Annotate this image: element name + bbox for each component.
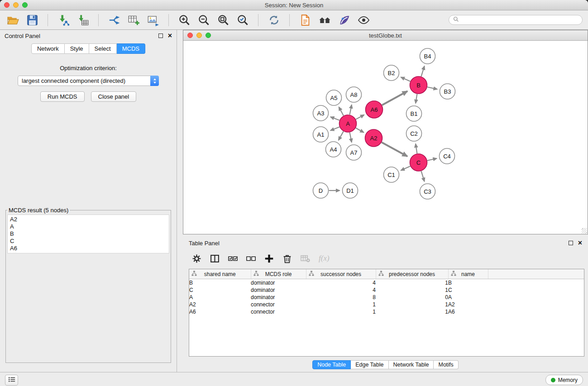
criterion-select[interactable]: largest connected component (directed)	[18, 76, 159, 86]
table-cell[interactable]: 1	[376, 279, 448, 287]
graph-edge-A6-B[interactable]	[382, 91, 407, 105]
graph-edge-A-A8[interactable]	[350, 105, 352, 115]
table-cell[interactable]: 4	[306, 279, 376, 287]
table-row[interactable]: Bdominator41B	[189, 279, 584, 287]
memory-button[interactable]: Memory	[545, 375, 583, 385]
close-table-panel-icon[interactable]: ×	[578, 239, 582, 247]
graph-edge-A-A7[interactable]	[350, 133, 352, 143]
tab-style[interactable]: Style	[65, 43, 89, 54]
graph-edge-C-C1[interactable]	[401, 166, 411, 170]
table-cell[interactable]: A2	[448, 301, 488, 308]
mcds-result-item[interactable]: A6	[10, 245, 167, 252]
mcds-result-item[interactable]: C	[10, 238, 167, 245]
table-cell[interactable]: 1	[306, 301, 376, 308]
table-cell[interactable]: A6	[448, 308, 488, 315]
table-cell[interactable]: 1	[306, 308, 376, 315]
export-image-icon[interactable]	[146, 13, 160, 27]
save-session-icon[interactable]	[25, 13, 39, 27]
table-cell[interactable]: dominator	[251, 294, 306, 301]
search-field[interactable]	[449, 15, 583, 25]
table-row[interactable]: A2connector11A2	[189, 301, 584, 308]
column-header-successor-nodes[interactable]: successor nodes	[306, 269, 376, 279]
table-tab-edge-table[interactable]: Edge Table	[351, 360, 388, 369]
export-table-icon[interactable]	[126, 13, 141, 27]
add-row-icon[interactable]	[264, 254, 274, 263]
zoom-in-icon[interactable]	[177, 13, 191, 27]
float-table-panel-icon[interactable]	[569, 241, 573, 245]
close-window-button[interactable]	[4, 2, 10, 8]
export-network-icon[interactable]	[107, 13, 121, 27]
table-cell[interactable]: dominator	[251, 286, 306, 294]
window-titlebar[interactable]: Session: New Session	[0, 0, 588, 10]
graph-edge-B-B4[interactable]	[421, 66, 425, 76]
table-cell[interactable]: 4	[306, 286, 376, 294]
table-row[interactable]: A6connector11A6	[189, 308, 584, 315]
table-cell[interactable]: A	[189, 294, 251, 301]
import-network-icon[interactable]	[56, 13, 71, 27]
open-file-icon[interactable]	[5, 13, 20, 27]
delete-row-icon[interactable]	[282, 254, 292, 263]
tab-network[interactable]: Network	[31, 43, 65, 54]
zoom-out-icon[interactable]	[196, 13, 211, 27]
network-window-titlebar[interactable]: testGlobe.txt	[183, 30, 588, 41]
show-panels-button[interactable]	[5, 375, 18, 386]
network-canvas[interactable]: B4B2BB3A5A8A6A3B1AC2A1A2A4A7C4CC1DD1C3	[183, 41, 588, 234]
graph-edge-A-A5[interactable]	[339, 107, 344, 115]
table-cell[interactable]: A6	[189, 308, 251, 315]
zoom-selected-icon[interactable]	[235, 13, 250, 27]
table-cell[interactable]: 1	[376, 301, 448, 308]
close-panel-icon[interactable]: ×	[168, 32, 172, 39]
tab-select[interactable]: Select	[89, 43, 117, 54]
close-panel-button[interactable]: Close panel	[91, 91, 137, 102]
tab-mcds[interactable]: MCDS	[117, 43, 145, 54]
refresh-icon[interactable]	[267, 13, 281, 27]
function-builder-icon[interactable]: f(x)	[319, 254, 330, 263]
graph-edge-A-A3[interactable]	[330, 117, 339, 120]
table-cell[interactable]: 1	[376, 308, 448, 315]
graph-edge-C-C3[interactable]	[421, 171, 425, 181]
network-close-button[interactable]	[187, 33, 193, 38]
table-cell[interactable]: 8	[306, 294, 376, 301]
run-mcds-button[interactable]: Run MCDS	[40, 91, 85, 102]
column-header-predecessor-nodes[interactable]: predecessor nodes	[376, 269, 448, 279]
network-minimize-button[interactable]	[196, 33, 202, 38]
open-document-icon[interactable]	[298, 13, 312, 27]
table-cell[interactable]: A	[448, 294, 488, 301]
table-cell[interactable]: dominator	[251, 279, 306, 287]
mcds-result-item[interactable]: B	[10, 230, 167, 238]
graph-edge-B-B2[interactable]	[401, 77, 411, 81]
table-tab-node-table[interactable]: Node Table	[312, 360, 351, 369]
table-cell[interactable]: 1	[376, 286, 448, 294]
search-input[interactable]	[461, 16, 578, 24]
deselect-all-rows-icon[interactable]	[246, 254, 256, 263]
zoom-window-button[interactable]	[22, 2, 28, 8]
resize-handle-icon[interactable]	[582, 228, 587, 234]
table-tab-network-table[interactable]: Network Table	[389, 360, 434, 369]
style-brush-icon[interactable]	[337, 13, 351, 27]
column-header-mcds-role[interactable]: MCDS role	[251, 269, 306, 279]
float-panel-icon[interactable]	[158, 33, 163, 38]
home-icon[interactable]	[317, 13, 332, 27]
settings-gear-icon[interactable]	[192, 254, 201, 263]
select-all-rows-icon[interactable]	[228, 254, 238, 263]
import-table-icon[interactable]	[76, 13, 90, 27]
graph-edge-B-B1[interactable]	[416, 94, 417, 104]
mcds-result-list[interactable]: A2ABCA6	[7, 214, 169, 253]
table-row[interactable]: Adominator80A	[189, 294, 584, 301]
table-cell[interactable]: B	[448, 279, 488, 287]
show-columns-icon[interactable]	[210, 254, 220, 263]
network-zoom-button[interactable]	[206, 33, 211, 38]
eye-icon[interactable]	[356, 13, 371, 27]
table-row[interactable]: Cdominator41C	[189, 286, 584, 294]
table-cell[interactable]: A2	[189, 301, 251, 308]
mcds-result-item[interactable]: A2	[10, 216, 167, 223]
graph-edge-B-B3[interactable]	[427, 87, 437, 89]
table-cell[interactable]: B	[189, 279, 251, 287]
delete-table-icon[interactable]	[301, 254, 310, 263]
table-cell[interactable]: 0	[376, 294, 448, 301]
table-cell[interactable]: C	[189, 286, 251, 294]
graph-edge-A-A1[interactable]	[330, 127, 339, 130]
network-graph[interactable]: B4B2BB3A5A8A6A3B1AC2A1A2A4A7C4CC1DD1C3	[183, 41, 588, 234]
column-header-name[interactable]: name	[448, 269, 488, 279]
graph-edge-C-C4[interactable]	[427, 158, 437, 161]
